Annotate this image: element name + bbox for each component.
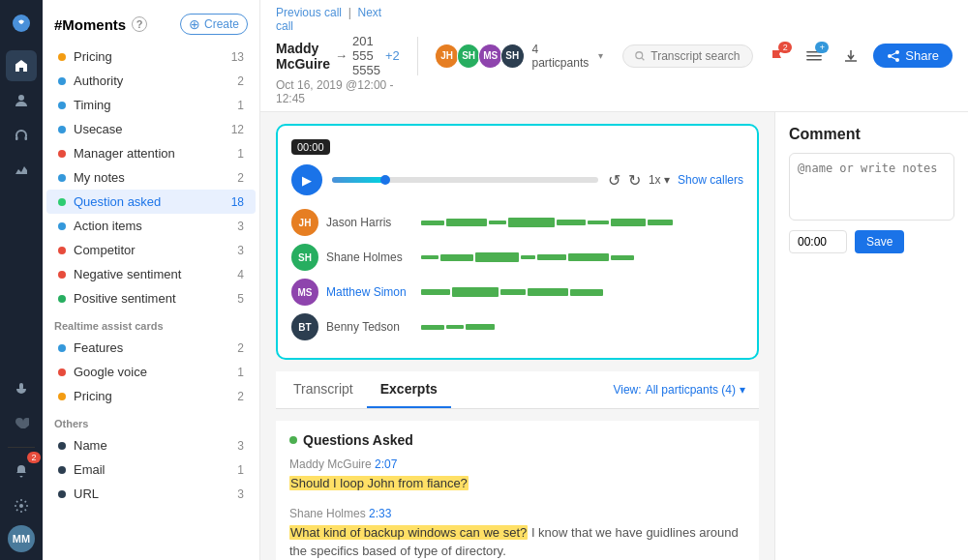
wave-bar-icon xyxy=(452,287,499,297)
share-button[interactable]: Share xyxy=(873,44,953,68)
nav-bar: 2 MM xyxy=(0,0,43,560)
participant-waveform xyxy=(421,216,743,229)
svg-point-1 xyxy=(18,95,24,101)
participant-avatar: SH xyxy=(291,244,318,271)
sidebar-item[interactable]: Usecase 12 xyxy=(46,117,256,141)
tab-transcript[interactable]: Transcript xyxy=(280,371,367,408)
participant-avatar-3: MS xyxy=(478,44,502,69)
sidebar-item[interactable]: Authority 2 xyxy=(46,69,256,93)
sidebar-item-label: Manager attention xyxy=(74,146,237,161)
speed-selector[interactable]: 1x ▾ xyxy=(649,173,670,187)
nav-divider xyxy=(8,447,35,448)
excerpts-content: Questions Asked Maddy McGuire 2:07 Shoul… xyxy=(276,421,759,560)
previous-call-link[interactable]: Previous call xyxy=(276,6,342,19)
sidebar-dot-icon xyxy=(58,247,66,254)
nav-heart-icon[interactable] xyxy=(6,408,37,439)
nav-settings-icon[interactable] xyxy=(6,490,37,521)
participant-name: Shane Holmes xyxy=(326,251,413,264)
realtime-dot-icon xyxy=(58,368,66,376)
menu-button[interactable]: + xyxy=(800,42,829,71)
time-display: 00:00 xyxy=(291,139,330,155)
download-icon xyxy=(843,48,859,64)
comment-save-button[interactable]: Save xyxy=(855,230,904,253)
sidebar-dot-icon xyxy=(58,102,66,109)
participants-chevron-icon[interactable]: ▾ xyxy=(598,50,603,61)
wave-bar-icon xyxy=(528,288,568,297)
wave-bar-icon xyxy=(521,255,534,259)
sidebar-item[interactable]: Competitor 3 xyxy=(46,238,256,262)
show-callers-link[interactable]: Show callers xyxy=(678,173,743,187)
svg-rect-10 xyxy=(806,59,822,61)
header-divider xyxy=(417,37,418,75)
comment-textarea[interactable] xyxy=(789,153,954,221)
realtime-item[interactable]: Google voice 1 xyxy=(46,360,256,384)
wave-bar-icon xyxy=(611,219,646,226)
sidebar-dot-icon xyxy=(58,77,66,85)
participant-avatar-2: SH xyxy=(457,44,481,69)
sidebar-item-count: 3 xyxy=(237,244,244,257)
participant-row: SH Shane Holmes xyxy=(291,240,743,275)
participant-avatar: JH xyxy=(291,209,318,236)
view-selector[interactable]: View: All particpants (4) ▾ xyxy=(603,375,755,404)
wave-bar-icon xyxy=(475,252,520,262)
comment-time-input[interactable] xyxy=(789,230,847,253)
download-button[interactable] xyxy=(836,42,865,71)
realtime-item-label: Pricing xyxy=(74,389,237,403)
nav-home-icon[interactable] xyxy=(6,50,37,81)
other-item[interactable]: URL 3 xyxy=(46,482,256,506)
menu-badge: + xyxy=(815,42,829,53)
realtime-dot-icon xyxy=(58,344,66,352)
sidebar-item-label: Competitor xyxy=(74,243,237,257)
play-button[interactable]: ▶ xyxy=(291,164,322,195)
logo-icon[interactable] xyxy=(6,8,37,39)
sidebar-item[interactable]: Pricing 13 xyxy=(46,44,256,69)
nav-headset-icon[interactable] xyxy=(6,120,37,151)
sidebar-dot-icon xyxy=(58,271,66,279)
wave-bar-icon xyxy=(446,325,464,329)
progress-bar[interactable] xyxy=(332,177,598,183)
sidebar-item[interactable]: Positive sentiment 5 xyxy=(46,286,256,310)
sidebar-item-count: 1 xyxy=(237,99,244,112)
header: Previous call | Next call Maddy McGuire … xyxy=(260,0,968,112)
nav-notifications-icon[interactable]: 2 xyxy=(6,456,37,486)
svg-rect-9 xyxy=(806,55,822,57)
realtime-item[interactable]: Features 2 xyxy=(46,336,256,360)
participant-name: Matthew Simon xyxy=(326,285,413,299)
help-icon[interactable]: ? xyxy=(132,16,147,32)
realtime-item-count: 1 xyxy=(237,366,244,379)
participant-waveform xyxy=(421,320,743,334)
sidebar-item[interactable]: Timing 1 xyxy=(46,93,256,117)
sidebar-item[interactable]: Negative sentiment 4 xyxy=(46,262,256,286)
excerpt-item: Maddy McGuire 2:07 Should I loop John fr… xyxy=(289,457,745,493)
wave-bar-icon xyxy=(500,289,526,295)
realtime-items-list: Features 2 Google voice 1 Pricing 2 xyxy=(43,336,259,408)
comment-title: Comment xyxy=(789,126,954,143)
other-item[interactable]: Name 3 xyxy=(46,433,256,457)
speed-chevron-icon: ▾ xyxy=(664,173,670,187)
participants-selector[interactable]: JH SH MS SH 4 particpants ▾ xyxy=(435,43,603,70)
sidebar-item[interactable]: My notes 2 xyxy=(46,165,256,190)
rewind-icon[interactable]: ↺ xyxy=(608,171,620,190)
flag-button[interactable]: 2 xyxy=(763,42,792,71)
forward-icon[interactable]: ↻ xyxy=(628,171,641,190)
tab-excerpts[interactable]: Excerpts xyxy=(367,371,451,408)
wave-bar-icon xyxy=(421,255,439,259)
plus-more-label[interactable]: +2 xyxy=(385,48,400,63)
view-chevron-icon: ▾ xyxy=(740,383,745,397)
nav-user-icon[interactable] xyxy=(6,85,37,116)
excerpt-time: 2:33 xyxy=(369,507,391,520)
create-button[interactable]: ⊕ Create xyxy=(180,14,248,35)
sidebar-item[interactable]: Question asked 18 xyxy=(46,190,256,214)
realtime-item[interactable]: Pricing 2 xyxy=(46,384,256,408)
search-input[interactable] xyxy=(650,49,741,63)
sidebar-title: #Moments xyxy=(54,16,126,33)
user-avatar[interactable]: MM xyxy=(8,525,35,552)
player-top: 00:00 xyxy=(291,139,743,155)
other-item[interactable]: Email 1 xyxy=(46,457,256,482)
sidebar-item[interactable]: Manager attention 1 xyxy=(46,141,256,165)
nav-mic-icon[interactable] xyxy=(6,373,37,404)
search-bar[interactable] xyxy=(622,44,753,68)
sidebar-item[interactable]: Action items 3 xyxy=(46,214,256,238)
search-icon xyxy=(635,50,645,62)
nav-chart-icon[interactable] xyxy=(6,155,37,186)
